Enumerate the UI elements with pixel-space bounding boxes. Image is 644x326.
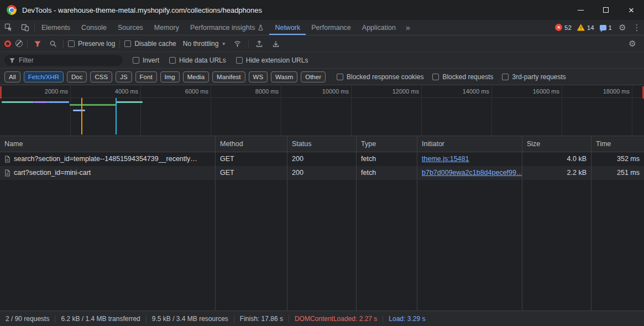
filter-input-box[interactable]	[4, 55, 123, 66]
import-har-button[interactable]	[253, 40, 265, 48]
blocked-requests-group: Blocked requests	[432, 73, 493, 81]
column-separator[interactable]	[356, 180, 357, 311]
tab-network[interactable]: Network	[269, 20, 306, 35]
column-header-time[interactable]: Time	[591, 136, 644, 152]
initiator-link[interactable]: b7b7d009ewa2c1b8d4pecef99…	[422, 169, 522, 177]
tab-performance[interactable]: Performance	[306, 20, 357, 35]
statusbar-divider	[289, 315, 289, 323]
timeline-tick: 14000 ms	[447, 88, 489, 95]
toolbar-divider	[248, 39, 249, 48]
titlebar: DevTools - warehouse-theme-metal.myshopi…	[0, 0, 644, 20]
timeline-ruler-line	[0, 97, 644, 98]
hide-data-urls-checkbox[interactable]	[169, 57, 176, 64]
chip-fetch-xhr[interactable]: Fetch/XHR	[24, 71, 64, 82]
chevron-down-icon: ▾	[222, 41, 225, 46]
disable-cache-label: Disable cache	[134, 40, 176, 48]
chip-img[interactable]: Img	[160, 71, 180, 82]
request-name-cell[interactable]: search?section_id=template--148515943547…	[0, 152, 216, 166]
chip-media[interactable]: Media	[183, 71, 209, 82]
warning-badge[interactable]: 14	[577, 24, 594, 31]
gear-icon: ⚙	[629, 39, 636, 49]
column-header-method[interactable]: Method	[216, 136, 287, 152]
request-time-cell: 251 ms	[591, 166, 644, 180]
network-overview-timeline[interactable]: 2000 ms 4000 ms 6000 ms 8000 ms 10000 ms…	[0, 85, 644, 136]
timeline-gridline	[632, 85, 632, 136]
tab-elements[interactable]: Elements	[36, 20, 76, 35]
tab-performance-insights[interactable]: Performance insights	[185, 20, 269, 35]
network-toolbar: Preserve log Disable cache No throttling…	[0, 35, 644, 52]
disable-cache-group: Disable cache	[124, 40, 176, 48]
tab-application[interactable]: Application	[357, 20, 401, 35]
blocked-requests-checkbox[interactable]	[432, 74, 439, 80]
settings-button[interactable]: ⚙	[615, 20, 630, 35]
third-party-requests-checkbox[interactable]	[502, 74, 509, 80]
overview-left-handle[interactable]	[0, 86, 2, 99]
clear-network-log-button[interactable]	[15, 40, 23, 47]
blocked-requests-label: Blocked requests	[442, 73, 493, 81]
funnel-icon	[9, 57, 15, 64]
tab-sources[interactable]: Sources	[112, 20, 149, 35]
column-header-size[interactable]: Size	[522, 136, 591, 152]
close-button[interactable]: ×	[619, 0, 644, 20]
column-separator[interactable]	[522, 180, 522, 311]
column-separator[interactable]	[591, 180, 591, 311]
signal-icon	[233, 40, 242, 48]
chip-wasm[interactable]: Wasm	[271, 71, 297, 82]
search-network-button[interactable]	[48, 40, 59, 48]
chip-ws[interactable]: WS	[249, 71, 268, 82]
network-settings-button[interactable]: ⚙	[625, 39, 640, 49]
invert-checkbox[interactable]	[133, 57, 139, 64]
chip-css[interactable]: CSS	[90, 71, 112, 82]
column-header-initiator[interactable]: Initiator	[417, 136, 522, 152]
chip-all[interactable]: All	[4, 71, 20, 82]
more-tabs-button[interactable]: »	[401, 20, 415, 35]
chip-manifest[interactable]: Manifest	[212, 71, 245, 82]
waterfall-bar	[70, 104, 116, 106]
chip-font[interactable]: Font	[135, 71, 157, 82]
column-separator[interactable]	[417, 180, 417, 311]
chevron-double-icon: »	[406, 23, 410, 32]
document-icon	[4, 156, 11, 163]
blocked-response-cookies-checkbox[interactable]	[337, 74, 343, 80]
column-header-name[interactable]: Name	[0, 136, 216, 152]
record-network-log-button[interactable]	[4, 40, 11, 47]
devtools-menu-button[interactable]: ⋮	[630, 20, 644, 35]
column-header-type[interactable]: Type	[357, 136, 417, 152]
tab-memory[interactable]: Memory	[149, 20, 185, 35]
panel-tabbar: Elements Console Sources Memory Performa…	[0, 20, 644, 35]
load-time: Load: 3.29 s	[389, 315, 425, 323]
disable-cache-checkbox[interactable]	[124, 40, 131, 47]
timeline-gridline	[211, 85, 211, 136]
inspect-element-button[interactable]	[0, 20, 17, 35]
initiator-link[interactable]: theme.js:15481	[422, 155, 469, 163]
minimize-button[interactable]	[568, 0, 593, 20]
warning-count: 14	[587, 24, 594, 31]
column-separator[interactable]	[287, 180, 287, 311]
table-row[interactable]: cart?section_id=mini-cart GET 200 fetch …	[0, 166, 644, 180]
chip-other[interactable]: Other	[301, 71, 326, 82]
device-toolbar-button[interactable]	[17, 20, 33, 35]
error-badge[interactable]: 52	[555, 24, 572, 31]
throttling-dropdown[interactable]: No throttling ▾	[181, 40, 227, 48]
statusbar-divider	[55, 315, 55, 323]
column-header-status[interactable]: Status	[287, 136, 357, 152]
column-separator[interactable]	[215, 180, 216, 311]
request-name-cell[interactable]: cart?section_id=mini-cart	[0, 166, 216, 180]
request-table-empty-area[interactable]	[0, 180, 644, 311]
chip-doc[interactable]: Doc	[67, 71, 87, 82]
preserve-log-checkbox[interactable]	[68, 40, 75, 47]
requests-summary[interactable]: 2 / 90 requests	[6, 315, 49, 323]
filter-toggle-button[interactable]	[32, 40, 43, 48]
table-row[interactable]: search?section_id=template--148515943547…	[0, 152, 644, 166]
hide-extension-urls-checkbox[interactable]	[236, 57, 243, 64]
chip-js[interactable]: JS	[116, 71, 132, 82]
network-conditions-button[interactable]	[232, 40, 244, 48]
timeline-tick: 2000 ms	[26, 88, 68, 95]
tab-console[interactable]: Console	[76, 20, 112, 35]
issues-badge[interactable]: 1	[600, 24, 612, 31]
timeline-gridline	[281, 85, 281, 136]
filter-input[interactable]	[19, 56, 107, 64]
export-har-button[interactable]	[270, 40, 282, 48]
maximize-button[interactable]	[593, 0, 619, 20]
timeline-tick: 10000 ms	[307, 88, 349, 95]
